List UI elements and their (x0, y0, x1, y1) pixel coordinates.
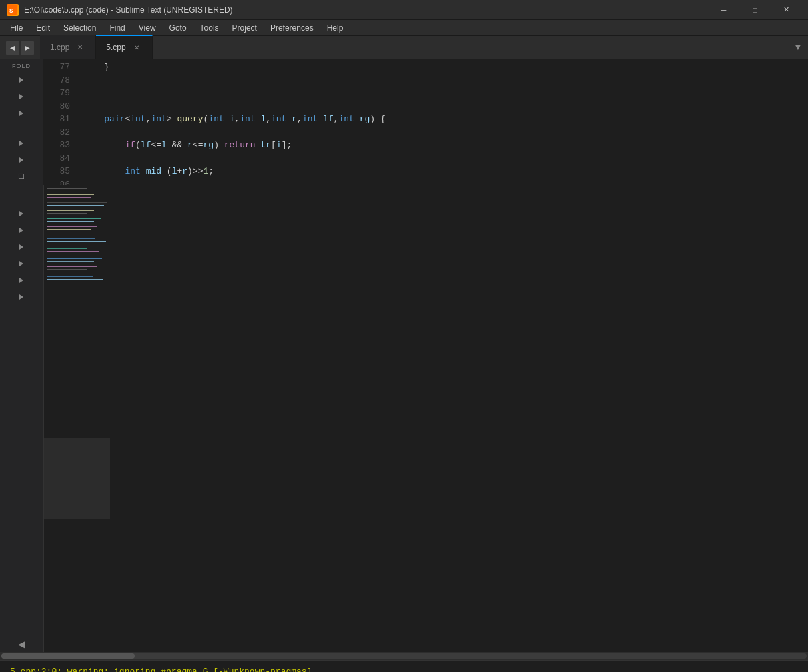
sidebar-btn-6[interactable] (0, 205, 43, 222)
svg-rect-25 (47, 258, 102, 259)
sidebar-fold-label: FOLD (0, 59, 43, 71)
tab-overflow-button[interactable]: ▼ (788, 36, 808, 59)
fold-triangle-icon (19, 77, 23, 83)
menu-selection[interactable]: Selection (57, 21, 103, 35)
svg-rect-33 (47, 282, 95, 282)
svg-rect-12 (47, 213, 87, 214)
sidebar-btn-10[interactable] (0, 272, 43, 288)
output-panel: 5.cpp:2:0: warning: ignoring #pragma G [… (0, 660, 808, 672)
svg-rect-5 (47, 194, 94, 195)
code-editor[interactable]: 77 78 79 80 81 82 83 84 85 86 87 88 89 9… (43, 59, 808, 652)
menu-project[interactable]: Project (226, 21, 264, 35)
svg-rect-24 (47, 254, 91, 254)
svg-rect-4 (47, 192, 101, 192)
svg-rect-13 (47, 218, 101, 219)
svg-rect-8 (47, 202, 107, 203)
fold-triangle-icon-3 (19, 111, 23, 116)
tab-bar: ◀ ▶ 1.cpp ✕ 5.cpp ✕ ▼ (0, 36, 808, 59)
sidebar-btn-checked[interactable]: ☐ (0, 168, 43, 185)
fold-triangle-icon-5 (19, 157, 23, 163)
sidebar-btn-1[interactable] (0, 71, 43, 88)
fold-triangle-icon-7 (19, 228, 23, 233)
fold-triangle-icon-8 (19, 244, 23, 250)
minimize-button[interactable]: ─ (709, 0, 739, 20)
svg-rect-29 (47, 269, 87, 270)
svg-rect-32 (47, 279, 103, 280)
menu-find[interactable]: Find (103, 21, 131, 35)
fold-triangle-icon-4 (19, 141, 23, 146)
code-content[interactable]: } pair<int,int> query(int i,int l,int r,… (77, 59, 808, 185)
svg-rect-26 (47, 261, 94, 262)
svg-rect-15 (47, 224, 104, 224)
menu-goto[interactable]: Goto (163, 21, 193, 35)
svg-rect-6 (47, 197, 91, 198)
svg-rect-28 (47, 266, 97, 267)
checkbox-icon: ☐ (18, 172, 25, 181)
fold-triangle-icon-9 (19, 261, 23, 266)
svg-rect-17 (47, 229, 91, 230)
sidebar-btn-2[interactable] (0, 88, 43, 105)
maximize-button[interactable]: □ (740, 0, 770, 20)
sidebar-btn-8[interactable] (0, 238, 43, 255)
svg-rect-31 (47, 276, 93, 277)
close-button[interactable]: ✕ (771, 0, 801, 20)
svg-rect-16 (47, 226, 97, 227)
svg-rect-14 (47, 221, 94, 222)
line-numbers: 77 78 79 80 81 82 83 84 85 86 87 88 89 9… (43, 59, 77, 185)
output-line-1: 5.cpp:2:0: warning: ignoring #pragma G [… (10, 667, 798, 672)
tab-5cpp[interactable]: 5.cpp ✕ (96, 35, 152, 59)
tab-next-button[interactable]: ▶ (21, 41, 34, 55)
minimap-content (44, 185, 110, 652)
menu-help[interactable]: Help (320, 21, 350, 35)
svg-rect-22 (47, 248, 87, 249)
svg-rect-27 (47, 264, 106, 264)
sidebar-btn-4[interactable] (0, 135, 43, 151)
svg-rect-2 (44, 185, 110, 652)
fold-triangle-icon-2 (19, 94, 23, 99)
tab-1cpp-close[interactable]: ✕ (75, 42, 85, 53)
svg-rect-23 (47, 251, 99, 252)
code-scroll: 77 78 79 80 81 82 83 84 85 86 87 88 89 9… (43, 59, 808, 185)
sidebar-btn-3[interactable] (0, 105, 43, 121)
title-bar: S E:\OI\code\5.cpp (code) - Sublime Text… (0, 0, 808, 20)
menu-preferences[interactable]: Preferences (264, 21, 320, 35)
svg-rect-3 (47, 188, 87, 189)
sidebar-btn-11[interactable] (0, 288, 43, 305)
menu-edit[interactable]: Edit (29, 21, 57, 35)
main-area: FOLD ☐ (0, 59, 808, 652)
svg-rect-20 (47, 241, 106, 242)
svg-rect-18 (44, 438, 110, 519)
sidebar-btn-9[interactable] (0, 255, 43, 272)
menu-tools[interactable]: Tools (193, 21, 226, 35)
svg-rect-19 (47, 238, 95, 239)
svg-rect-11 (47, 210, 94, 211)
scroll-thumb[interactable] (1, 653, 135, 659)
tab-5cpp-close[interactable]: ✕ (131, 42, 142, 53)
window-controls: ─ □ ✕ (709, 0, 801, 20)
tab-1cpp-label: 1.cpp (50, 43, 69, 52)
svg-rect-10 (47, 208, 101, 208)
fold-triangle-icon-10 (19, 278, 23, 283)
scroll-track[interactable] (1, 653, 807, 659)
svg-rect-9 (47, 205, 104, 206)
tab-1cpp[interactable]: 1.cpp ✕ (40, 35, 96, 59)
tab-nav: ◀ ▶ (0, 36, 40, 59)
fold-triangle-icon-11 (19, 294, 23, 300)
horizontal-scrollbar[interactable] (0, 652, 808, 660)
fold-triangle-icon-6 (19, 211, 23, 216)
minimap (43, 185, 110, 652)
tab-prev-button[interactable]: ◀ (6, 41, 19, 55)
sidebar-btn-5[interactable] (0, 151, 43, 168)
title-text: E:\OI\code\5.cpp (code) - Sublime Text (… (24, 5, 233, 15)
app-icon: S (7, 4, 19, 16)
sidebar-btn-7[interactable] (0, 222, 43, 238)
menu-file[interactable]: File (3, 21, 29, 35)
svg-rect-7 (47, 200, 97, 200)
menu-view[interactable]: View (132, 21, 163, 35)
svg-rect-21 (47, 244, 98, 244)
menu-bar: File Edit Selection Find View Goto Tools… (0, 20, 808, 36)
svg-rect-30 (47, 274, 100, 274)
tab-5cpp-label: 5.cpp (106, 43, 125, 52)
sidebar: FOLD ☐ (0, 59, 43, 652)
sidebar-expand[interactable]: ◀ (0, 635, 43, 652)
